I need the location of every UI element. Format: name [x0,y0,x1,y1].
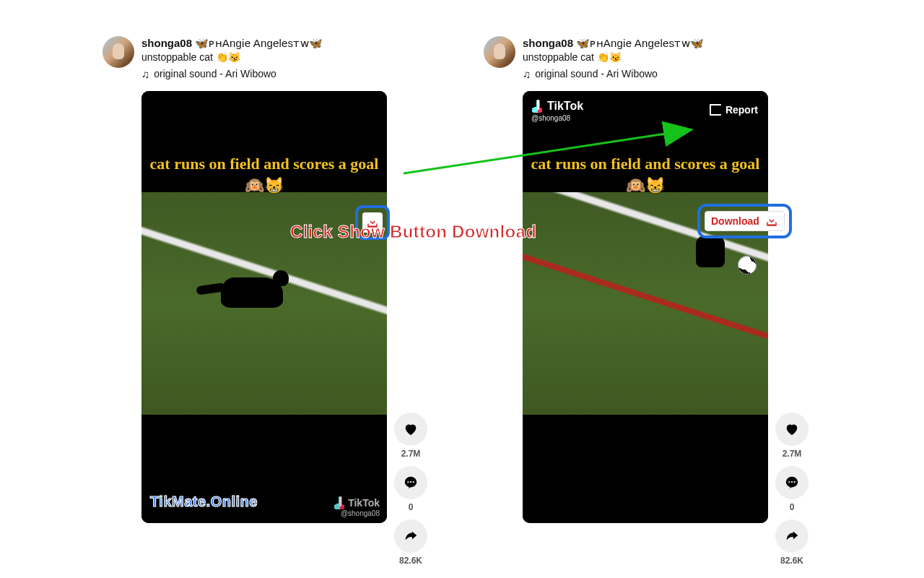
music-label: original sound - Ari Wibowo [154,67,276,81]
share-action[interactable]: 82.6K [775,519,808,566]
svg-point-5 [788,481,790,483]
tiktok-handle: @shonga08 [531,114,570,122]
annotation-text: Click Show Button Download [290,222,536,242]
video-player[interactable]: cat runs on field and scores a goal 🙉😸 T… [141,91,387,523]
video-subject-cat [221,277,283,308]
music-note-icon: ♫ [523,69,531,79]
video-player[interactable]: TikTok @shonga08 Report cat runs on fiel… [523,91,768,523]
svg-point-3 [412,481,414,483]
tiktok-logo-icon [531,100,543,113]
music-line[interactable]: ♫ original sound - Ari Wibowo [523,67,704,81]
tikmate-watermark: TikMate.Online [150,493,258,510]
action-rail: 2.7M 0 82.6K [775,413,808,566]
music-note-icon: ♫ [141,69,149,79]
post-meta: shonga08 🦋ᴘʜAngie Angelesᴛᴡ🦋 unstoppable… [523,36,704,81]
like-action[interactable]: 2.7M [394,413,427,459]
share-count: 82.6K [399,556,422,566]
avatar[interactable] [103,36,134,68]
report-label: Report [725,104,758,116]
share-action[interactable]: 82.6K [394,519,427,566]
music-label: original sound - Ari Wibowo [535,67,658,81]
tiktok-brand: TikTok [348,497,380,509]
heart-icon [403,421,419,437]
tiktok-post-left: shonga08 🦋ᴘʜAngie Angelesᴛᴡ🦋 unstoppable… [103,36,442,523]
avatar[interactable] [484,36,515,68]
like-count: 2.7M [401,449,421,459]
flag-icon [710,104,721,116]
video-subject-ball [738,256,757,275]
tiktok-post-right: shonga08 🦋ᴘʜAngie Angelesᴛᴡ🦋 unstoppable… [484,36,823,523]
comment-count: 0 [790,502,795,512]
download-button[interactable]: Download [705,211,785,231]
post-meta: shonga08 🦋ᴘʜAngie Angelesᴛᴡ🦋 unstoppable… [141,36,323,81]
comment-icon [403,475,419,491]
post-caption: unstoppable cat 👏😼 [523,51,704,64]
post-header: shonga08 🦋ᴘʜAngie Angelesᴛᴡ🦋 unstoppable… [103,36,442,81]
action-rail: 2.7M 0 82.6K [394,413,427,566]
display-suffix: 🦋ᴘʜAngie Angelesᴛᴡ🦋 [195,37,323,49]
in-video-caption: cat runs on field and scores a goal 🙉😸 [523,153,768,196]
comment-count: 0 [409,502,414,512]
svg-point-2 [410,481,411,483]
comment-action[interactable]: 0 [775,466,808,512]
share-count: 82.6K [780,556,803,566]
svg-point-7 [793,481,795,483]
video-wrapper-right: TikTok @shonga08 Report cat runs on fiel… [484,91,823,523]
tiktok-handle: @shonga08 [334,509,380,517]
like-action[interactable]: 2.7M [775,413,808,459]
download-button-label: Download [711,215,759,227]
post-caption: unstoppable cat 👏😼 [141,51,323,64]
username[interactable]: shonga08 [523,37,573,49]
tiktok-watermark-bottom: TikTok @shonga08 [334,496,380,517]
tiktok-brand: TikTok [547,100,583,113]
heart-icon [784,421,800,437]
in-video-caption: cat runs on field and scores a goal 🙉😸 [141,153,387,196]
video-letterbox-bottom [523,415,768,523]
report-button[interactable]: Report [710,104,758,116]
username[interactable]: shonga08 [141,37,192,49]
svg-point-6 [791,481,793,483]
post-header: shonga08 🦋ᴘʜAngie Angelesᴛᴡ🦋 unstoppable… [484,36,823,81]
tiktok-watermark-top: TikTok @shonga08 [531,100,583,122]
download-button-highlight: Download [697,204,792,238]
comment-action[interactable]: 0 [394,466,427,512]
svg-point-1 [407,481,409,483]
share-icon [784,528,800,544]
music-line[interactable]: ♫ original sound - Ari Wibowo [141,67,323,81]
like-count: 2.7M [783,449,802,459]
video-wrapper-left: cat runs on field and scores a goal 🙉😸 T… [103,91,442,523]
comment-icon [784,475,800,491]
share-icon [403,528,419,544]
display-suffix: 🦋ᴘʜAngie Angelesᴛᴡ🦋 [576,37,704,49]
download-arrow-icon [765,215,778,228]
tiktok-logo-icon [334,496,345,509]
video-subject-cat [696,236,725,267]
